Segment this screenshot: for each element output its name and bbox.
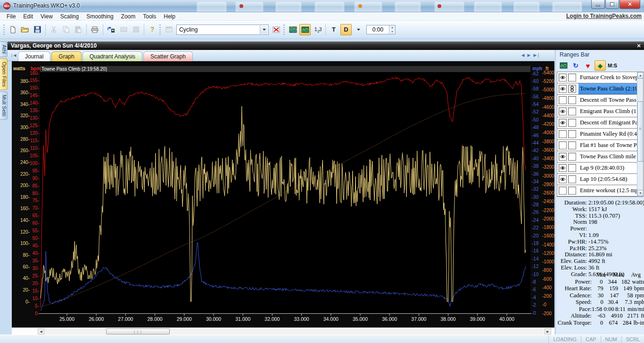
menu-smoothing[interactable]: Smoothing	[83, 13, 117, 20]
scroll-left-arrow-icon[interactable]: ◀	[38, 328, 44, 335]
combo-arrow-icon[interactable]	[260, 25, 268, 34]
menu-view[interactable]: View	[37, 13, 57, 20]
ranges-heartrate-button[interactable]: ♥	[582, 60, 594, 71]
print-button[interactable]	[89, 24, 100, 35]
prev-arrow-icon[interactable]: ◀	[521, 53, 525, 57]
new-document-button[interactable]	[7, 24, 18, 35]
menu-zoom[interactable]: Zoom	[117, 13, 140, 20]
spinner-down-icon[interactable]: ▼	[389, 30, 395, 34]
text-t-button[interactable]: T	[328, 24, 339, 35]
save-file-button[interactable]	[32, 24, 43, 35]
scroll-right-arrow-icon[interactable]: ▶	[545, 328, 551, 335]
menu-file[interactable]: File	[3, 13, 19, 20]
visibility-toggle[interactable]	[559, 96, 567, 104]
title-bar[interactable]: WKO TrainingPeaks WKO+ v3.0 ✕	[0, 0, 644, 12]
range-row[interactable]: Flat #1 base of Towne Pass	[557, 140, 643, 151]
range-checkbox[interactable]	[568, 164, 576, 172]
spinner-up-icon[interactable]: ▲	[389, 25, 395, 30]
minimize-button[interactable]	[591, 0, 605, 9]
visibility-toggle[interactable]	[559, 141, 567, 149]
range-row[interactable]: Lap 10 (2:05:54.68)	[557, 174, 643, 185]
upload-workout-button[interactable]	[106, 24, 117, 35]
range-checkbox[interactable]	[568, 96, 576, 104]
workout-type-select[interactable]: Cycling	[176, 24, 269, 35]
text-d-button[interactable]: D	[340, 24, 352, 35]
ranges-pace-button[interactable]: ◆	[594, 60, 606, 71]
window-controls: ✕	[591, 0, 640, 9]
summary-max-value: 0:00	[602, 306, 614, 313]
side-tab-athl[interactable]: Athl	[0, 41, 8, 57]
numbers-123-button[interactable]: 123	[312, 24, 323, 35]
range-row[interactable]: Furnace Creek to Stovepip	[557, 72, 643, 83]
range-checkbox[interactable]	[568, 175, 576, 183]
graph-stack-button[interactable]	[287, 24, 298, 35]
svg-text:-1800: -1800	[542, 225, 554, 230]
workout-graph[interactable]: Towne Pass Climb (2:19:58.20)wattsbpmmph…	[12, 61, 554, 327]
open-file-button[interactable]	[19, 24, 31, 35]
range-checkbox[interactable]	[568, 130, 576, 138]
range-checkbox[interactable]	[568, 141, 576, 149]
menu-edit[interactable]: Edit	[19, 13, 37, 20]
document-close-button[interactable]: ✕	[636, 42, 642, 49]
visibility-toggle[interactable]	[559, 187, 567, 195]
ranges-scrollbar[interactable]: ▲▼	[637, 72, 643, 196]
ranges-graph-button[interactable]	[558, 60, 569, 71]
side-tab-open-files[interactable]: Open Files	[0, 58, 8, 90]
tab-scatter-graph[interactable]: Scatter Graph	[143, 51, 193, 61]
range-row[interactable]: Pinamint Valley Rd (0:45:0	[557, 129, 643, 140]
close-button[interactable]: ✕	[619, 0, 640, 9]
restore-button[interactable]	[605, 0, 619, 9]
range-checkbox[interactable]	[568, 107, 576, 115]
range-row[interactable]: Descent off Towne Pass	[557, 95, 643, 106]
last-arrow-icon[interactable]: ▶❘	[534, 53, 540, 57]
svg-text:40.000: 40.000	[499, 316, 514, 322]
scroll-down-arrow-icon[interactable]: ▼	[637, 190, 644, 196]
range-checkbox[interactable]	[568, 74, 576, 82]
arrow-down-button[interactable]	[353, 24, 364, 35]
visibility-toggle[interactable]	[559, 164, 567, 172]
visibility-toggle[interactable]	[559, 74, 567, 82]
visibility-toggle[interactable]	[559, 119, 567, 127]
range-checkbox[interactable]	[568, 153, 576, 161]
range-row[interactable]: Descent off Emigrant Pass	[557, 117, 643, 129]
side-tab-mult-setti[interactable]: Mult Setti	[0, 91, 8, 120]
svg-text:-36: -36	[532, 172, 539, 177]
help-button[interactable]: ?	[147, 24, 158, 35]
svg-text:80-: 80-	[33, 191, 39, 196]
first-tab-button[interactable]: ❘◀	[10, 52, 17, 58]
svg-text:-58: -58	[532, 86, 539, 91]
summary-max-value: 147	[603, 292, 619, 299]
visibility-toggle[interactable]	[559, 175, 567, 183]
time-spinner[interactable]: 0:00▲▼	[366, 25, 396, 34]
menu-help[interactable]: Help	[160, 13, 179, 20]
graph-view-button[interactable]	[299, 24, 311, 35]
visibility-toggle[interactable]	[559, 153, 567, 161]
svg-text:33.000: 33.000	[294, 316, 309, 322]
range-row[interactable]: Entire workout (12.5 mph	[557, 185, 643, 196]
range-row[interactable]: Towne Pass Climb mile 69	[557, 151, 643, 163]
range-checkbox[interactable]	[568, 85, 576, 93]
visibility-toggle[interactable]	[559, 85, 567, 93]
scroll-up-arrow-icon[interactable]: ▲	[637, 72, 644, 79]
tab-journal[interactable]: Journal	[18, 51, 50, 61]
range-checkbox[interactable]	[568, 119, 576, 127]
visibility-toggle[interactable]	[559, 130, 567, 138]
next-arrow-icon[interactable]: ▶	[528, 53, 531, 57]
scrollbar-thumb[interactable]: ❘❘❘	[106, 328, 170, 335]
visibility-toggle[interactable]	[559, 107, 567, 115]
ranges-scrollbar-thumb[interactable]	[637, 101, 644, 162]
range-row[interactable]: Emigrant Pass Climb (1:49	[557, 106, 643, 117]
range-row[interactable]: Towne Pass Climb (2:19:5	[557, 83, 643, 95]
range-row[interactable]: Lap 9 (0:28:40.03)	[557, 163, 643, 174]
tab-quadrant-analysis[interactable]: Quadrant Analysis	[83, 51, 142, 61]
svg-text:-4000: -4000	[542, 130, 554, 135]
svg-text:-5200: -5200	[542, 79, 554, 84]
menu-scaling[interactable]: Scaling	[57, 13, 83, 20]
delete-range-button[interactable]	[271, 24, 282, 35]
menu-tools[interactable]: Tools	[139, 13, 160, 20]
tab-graph[interactable]: Graph	[51, 51, 81, 61]
login-link[interactable]: Login to TrainingPeaks.com	[566, 13, 642, 19]
scrollbar-track[interactable]: ❘❘❘	[44, 328, 544, 335]
range-checkbox[interactable]	[568, 187, 576, 195]
ranges-refresh-button[interactable]: ↻	[570, 60, 581, 71]
